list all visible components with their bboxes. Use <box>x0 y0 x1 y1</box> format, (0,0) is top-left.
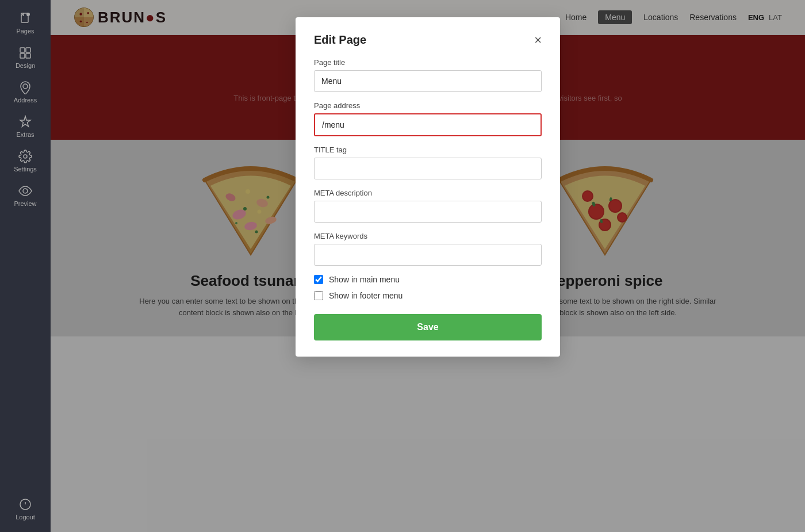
sidebar-bottom: Logout <box>16 492 35 526</box>
show-footer-menu-label: Show in footer menu <box>329 291 402 300</box>
extras-icon <box>18 115 32 129</box>
page-title-group: Page title <box>314 58 542 92</box>
sidebar-item-address-label: Address <box>14 97 37 104</box>
show-main-menu-checkbox[interactable] <box>314 275 323 284</box>
show-footer-menu-checkbox[interactable] <box>314 291 323 300</box>
save-button[interactable]: Save <box>314 314 542 340</box>
edit-page-modal: Edit Page × Page title Page address TITL… <box>296 17 560 357</box>
page-title-input[interactable] <box>314 70 542 92</box>
meta-description-input[interactable] <box>314 201 542 223</box>
preview-icon <box>18 184 32 198</box>
modal-title: Edit Page <box>314 33 366 47</box>
sidebar-item-settings[interactable]: Settings <box>0 144 51 178</box>
sidebar: + Pages Design Address Extras Settings <box>0 0 51 532</box>
svg-rect-5 <box>20 48 25 52</box>
svg-rect-7 <box>20 53 25 58</box>
page-address-input[interactable] <box>314 113 542 136</box>
meta-keywords-group: META keywords <box>314 232 542 266</box>
page-address-group: Page address <box>314 101 542 136</box>
design-icon <box>18 46 32 60</box>
title-tag-group: TITLE tag <box>314 146 542 179</box>
show-main-menu-group: Show in main menu <box>314 275 542 284</box>
sidebar-item-design[interactable]: Design <box>0 40 51 75</box>
title-tag-label: TITLE tag <box>314 146 542 154</box>
address-icon <box>18 81 32 94</box>
page-address-label: Page address <box>314 101 542 110</box>
sidebar-item-pages-label: Pages <box>16 28 34 35</box>
meta-keywords-label: META keywords <box>314 232 542 240</box>
sidebar-item-design-label: Design <box>16 62 35 69</box>
sidebar-item-extras[interactable]: Extras <box>0 109 51 144</box>
sidebar-item-preview[interactable]: Preview <box>0 178 51 213</box>
sidebar-item-settings-label: Settings <box>14 166 37 173</box>
show-main-menu-label: Show in main menu <box>329 275 400 284</box>
show-footer-menu-group: Show in footer menu <box>314 291 542 300</box>
sidebar-item-preview-label: Preview <box>14 200 36 207</box>
sidebar-item-pages[interactable]: + Pages <box>0 6 51 40</box>
pages-icon: + <box>18 12 32 25</box>
page-title-label: Page title <box>314 58 542 67</box>
meta-keywords-input[interactable] <box>314 244 542 266</box>
modal-overlay: Edit Page × Page title Page address TITL… <box>51 0 805 532</box>
modal-header: Edit Page × <box>314 33 542 47</box>
svg-rect-8 <box>26 53 30 58</box>
svg-point-10 <box>24 155 27 158</box>
title-tag-input[interactable] <box>314 158 542 179</box>
main-content: BRUN●S Home Menu Locations Reservations … <box>51 0 805 532</box>
sidebar-item-address[interactable]: Address <box>0 75 51 109</box>
meta-description-label: META description <box>314 189 542 197</box>
sidebar-item-logout-label: Logout <box>16 514 35 520</box>
svg-point-11 <box>23 189 28 193</box>
settings-icon <box>18 150 32 163</box>
logout-icon <box>18 497 32 511</box>
meta-description-group: META description <box>314 189 542 223</box>
sidebar-item-logout[interactable]: Logout <box>16 492 35 526</box>
modal-close-button[interactable]: × <box>534 34 542 47</box>
sidebar-item-extras-label: Extras <box>16 131 34 138</box>
svg-rect-6 <box>26 48 30 52</box>
svg-point-9 <box>23 84 28 89</box>
